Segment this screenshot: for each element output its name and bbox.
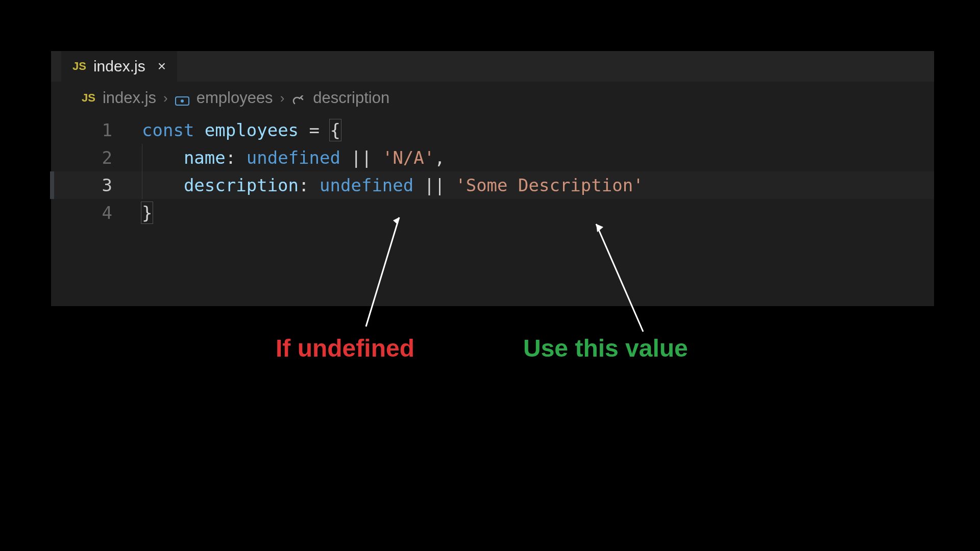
- token-colon: :: [299, 175, 309, 195]
- active-line-marker: [50, 171, 54, 199]
- code-line[interactable]: name: undefined || 'N/A',: [127, 144, 934, 171]
- annotation-if-undefined: If undefined: [276, 334, 414, 362]
- breadcrumb-symbol[interactable]: employees: [197, 89, 273, 107]
- token-string: 'Some Description': [455, 175, 643, 195]
- token-comma: ,: [434, 147, 445, 168]
- breadcrumb: JS index.js › employees › description: [51, 82, 934, 116]
- chevron-right-icon: ›: [280, 90, 285, 106]
- token-keyword: const: [142, 120, 194, 140]
- code-area[interactable]: 1 2 3 4 const employees = { name: undefi…: [51, 116, 934, 227]
- breadcrumb-member[interactable]: description: [313, 89, 389, 107]
- token-operator: =: [309, 120, 320, 140]
- token-space: [299, 120, 309, 140]
- token-colon: :: [226, 147, 236, 168]
- js-file-icon: JS: [72, 60, 86, 73]
- code-line-active[interactable]: description: undefined || 'Some Descript…: [127, 171, 934, 199]
- token-property: description: [184, 175, 299, 195]
- line-number: 1: [51, 116, 112, 144]
- line-number: 2: [51, 144, 112, 171]
- token-indent: [142, 175, 184, 195]
- tab-active[interactable]: JS index.js ×: [61, 51, 177, 82]
- token-space: [320, 120, 330, 140]
- variable-icon: [175, 92, 189, 104]
- token-brace: {: [330, 120, 340, 140]
- token-space: [194, 120, 204, 140]
- token-undefined: undefined: [247, 147, 340, 168]
- token-space: [236, 147, 246, 168]
- indent-guide: [142, 171, 142, 199]
- code-line[interactable]: }: [127, 199, 934, 227]
- editor-window: JS index.js × JS index.js › employees › …: [51, 51, 934, 306]
- token-undefined: undefined: [320, 175, 413, 195]
- svg-point-1: [181, 99, 184, 103]
- token-space: [340, 147, 351, 168]
- token-brace: }: [142, 203, 152, 223]
- property-icon: [291, 92, 306, 104]
- annotation-use-this-value: Use this value: [523, 334, 688, 362]
- token-space: [413, 175, 424, 195]
- tab-strip: JS index.js ×: [51, 51, 934, 82]
- token-operator: ||: [424, 175, 445, 195]
- code-content[interactable]: const employees = { name: undefined || '…: [127, 116, 934, 227]
- tab-filename: index.js: [93, 58, 145, 75]
- token-property: name: [184, 147, 226, 168]
- token-indent: [142, 147, 184, 168]
- line-number: 4: [51, 199, 112, 227]
- chevron-right-icon: ›: [163, 90, 168, 106]
- code-line[interactable]: const employees = {: [127, 116, 934, 144]
- breadcrumb-file[interactable]: index.js: [103, 89, 156, 107]
- token-space: [372, 147, 382, 168]
- token-operator: ||: [351, 147, 372, 168]
- js-file-icon: JS: [82, 91, 95, 105]
- close-icon[interactable]: ×: [153, 59, 166, 73]
- token-space: [445, 175, 455, 195]
- token-space: [309, 175, 320, 195]
- token-variable: employees: [205, 120, 299, 140]
- indent-guide: [142, 144, 142, 171]
- token-string: 'N/A': [382, 147, 434, 168]
